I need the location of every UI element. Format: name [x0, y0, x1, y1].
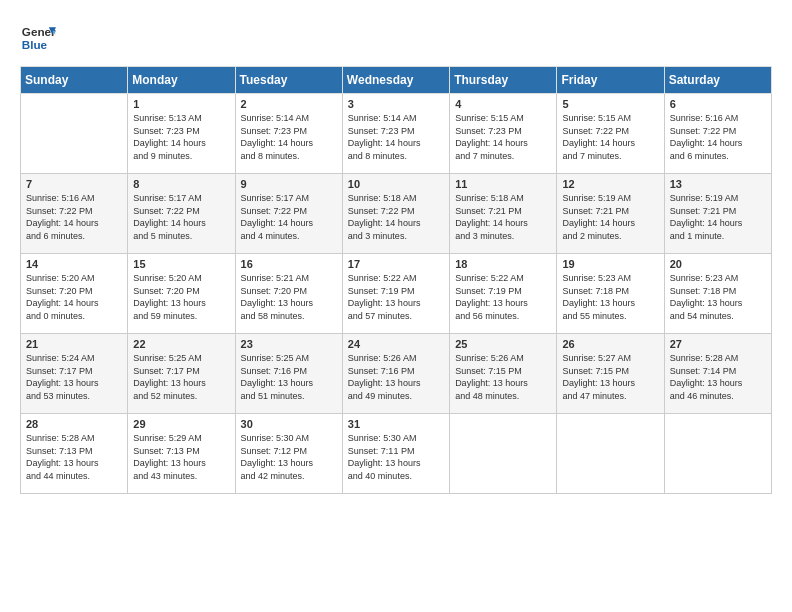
weekday-header: Monday — [128, 67, 235, 94]
day-number: 12 — [562, 178, 658, 190]
calendar-cell: 3Sunrise: 5:14 AM Sunset: 7:23 PM Daylig… — [342, 94, 449, 174]
day-info: Sunrise: 5:13 AM Sunset: 7:23 PM Dayligh… — [133, 112, 229, 162]
calendar-cell: 27Sunrise: 5:28 AM Sunset: 7:14 PM Dayli… — [664, 334, 771, 414]
day-info: Sunrise: 5:17 AM Sunset: 7:22 PM Dayligh… — [133, 192, 229, 242]
day-number: 4 — [455, 98, 551, 110]
day-number: 30 — [241, 418, 337, 430]
day-number: 27 — [670, 338, 766, 350]
day-number: 14 — [26, 258, 122, 270]
weekday-header: Friday — [557, 67, 664, 94]
calendar-cell — [557, 414, 664, 494]
day-number: 6 — [670, 98, 766, 110]
day-info: Sunrise: 5:16 AM Sunset: 7:22 PM Dayligh… — [26, 192, 122, 242]
day-number: 8 — [133, 178, 229, 190]
day-info: Sunrise: 5:20 AM Sunset: 7:20 PM Dayligh… — [133, 272, 229, 322]
day-number: 11 — [455, 178, 551, 190]
calendar-cell — [21, 94, 128, 174]
calendar-week-row: 28Sunrise: 5:28 AM Sunset: 7:13 PM Dayli… — [21, 414, 772, 494]
day-number: 20 — [670, 258, 766, 270]
calendar-cell: 21Sunrise: 5:24 AM Sunset: 7:17 PM Dayli… — [21, 334, 128, 414]
weekday-header: Sunday — [21, 67, 128, 94]
calendar-cell — [450, 414, 557, 494]
day-number: 3 — [348, 98, 444, 110]
day-number: 15 — [133, 258, 229, 270]
calendar-cell: 8Sunrise: 5:17 AM Sunset: 7:22 PM Daylig… — [128, 174, 235, 254]
day-info: Sunrise: 5:28 AM Sunset: 7:13 PM Dayligh… — [26, 432, 122, 482]
day-number: 2 — [241, 98, 337, 110]
calendar-cell: 16Sunrise: 5:21 AM Sunset: 7:20 PM Dayli… — [235, 254, 342, 334]
calendar-cell: 4Sunrise: 5:15 AM Sunset: 7:23 PM Daylig… — [450, 94, 557, 174]
day-info: Sunrise: 5:17 AM Sunset: 7:22 PM Dayligh… — [241, 192, 337, 242]
day-number: 13 — [670, 178, 766, 190]
day-info: Sunrise: 5:25 AM Sunset: 7:17 PM Dayligh… — [133, 352, 229, 402]
calendar-cell: 18Sunrise: 5:22 AM Sunset: 7:19 PM Dayli… — [450, 254, 557, 334]
calendar-cell: 7Sunrise: 5:16 AM Sunset: 7:22 PM Daylig… — [21, 174, 128, 254]
day-info: Sunrise: 5:26 AM Sunset: 7:15 PM Dayligh… — [455, 352, 551, 402]
day-number: 10 — [348, 178, 444, 190]
day-info: Sunrise: 5:27 AM Sunset: 7:15 PM Dayligh… — [562, 352, 658, 402]
calendar-cell: 28Sunrise: 5:28 AM Sunset: 7:13 PM Dayli… — [21, 414, 128, 494]
page-header: General Blue — [20, 20, 772, 56]
calendar-cell: 29Sunrise: 5:29 AM Sunset: 7:13 PM Dayli… — [128, 414, 235, 494]
calendar-cell: 30Sunrise: 5:30 AM Sunset: 7:12 PM Dayli… — [235, 414, 342, 494]
weekday-header-row: SundayMondayTuesdayWednesdayThursdayFrid… — [21, 67, 772, 94]
day-number: 25 — [455, 338, 551, 350]
calendar-cell: 19Sunrise: 5:23 AM Sunset: 7:18 PM Dayli… — [557, 254, 664, 334]
day-info: Sunrise: 5:23 AM Sunset: 7:18 PM Dayligh… — [562, 272, 658, 322]
logo: General Blue — [20, 20, 56, 56]
calendar-cell: 1Sunrise: 5:13 AM Sunset: 7:23 PM Daylig… — [128, 94, 235, 174]
day-number: 31 — [348, 418, 444, 430]
svg-text:Blue: Blue — [22, 38, 48, 51]
day-number: 5 — [562, 98, 658, 110]
day-info: Sunrise: 5:30 AM Sunset: 7:12 PM Dayligh… — [241, 432, 337, 482]
weekday-header: Thursday — [450, 67, 557, 94]
day-number: 21 — [26, 338, 122, 350]
day-info: Sunrise: 5:26 AM Sunset: 7:16 PM Dayligh… — [348, 352, 444, 402]
calendar-table: SundayMondayTuesdayWednesdayThursdayFrid… — [20, 66, 772, 494]
calendar-cell: 12Sunrise: 5:19 AM Sunset: 7:21 PM Dayli… — [557, 174, 664, 254]
day-number: 9 — [241, 178, 337, 190]
day-info: Sunrise: 5:28 AM Sunset: 7:14 PM Dayligh… — [670, 352, 766, 402]
day-number: 26 — [562, 338, 658, 350]
calendar-week-row: 21Sunrise: 5:24 AM Sunset: 7:17 PM Dayli… — [21, 334, 772, 414]
day-number: 29 — [133, 418, 229, 430]
day-number: 17 — [348, 258, 444, 270]
day-info: Sunrise: 5:14 AM Sunset: 7:23 PM Dayligh… — [241, 112, 337, 162]
calendar-cell: 14Sunrise: 5:20 AM Sunset: 7:20 PM Dayli… — [21, 254, 128, 334]
day-info: Sunrise: 5:23 AM Sunset: 7:18 PM Dayligh… — [670, 272, 766, 322]
calendar-cell: 9Sunrise: 5:17 AM Sunset: 7:22 PM Daylig… — [235, 174, 342, 254]
calendar-cell: 10Sunrise: 5:18 AM Sunset: 7:22 PM Dayli… — [342, 174, 449, 254]
weekday-header: Wednesday — [342, 67, 449, 94]
day-info: Sunrise: 5:15 AM Sunset: 7:23 PM Dayligh… — [455, 112, 551, 162]
calendar-cell: 15Sunrise: 5:20 AM Sunset: 7:20 PM Dayli… — [128, 254, 235, 334]
day-info: Sunrise: 5:29 AM Sunset: 7:13 PM Dayligh… — [133, 432, 229, 482]
calendar-cell: 6Sunrise: 5:16 AM Sunset: 7:22 PM Daylig… — [664, 94, 771, 174]
calendar-cell: 26Sunrise: 5:27 AM Sunset: 7:15 PM Dayli… — [557, 334, 664, 414]
day-info: Sunrise: 5:22 AM Sunset: 7:19 PM Dayligh… — [455, 272, 551, 322]
calendar-cell: 23Sunrise: 5:25 AM Sunset: 7:16 PM Dayli… — [235, 334, 342, 414]
calendar-cell: 13Sunrise: 5:19 AM Sunset: 7:21 PM Dayli… — [664, 174, 771, 254]
weekday-header: Saturday — [664, 67, 771, 94]
svg-text:General: General — [22, 25, 56, 38]
calendar-cell: 31Sunrise: 5:30 AM Sunset: 7:11 PM Dayli… — [342, 414, 449, 494]
day-info: Sunrise: 5:20 AM Sunset: 7:20 PM Dayligh… — [26, 272, 122, 322]
day-info: Sunrise: 5:19 AM Sunset: 7:21 PM Dayligh… — [670, 192, 766, 242]
logo-icon: General Blue — [20, 20, 56, 56]
day-number: 19 — [562, 258, 658, 270]
calendar-week-row: 14Sunrise: 5:20 AM Sunset: 7:20 PM Dayli… — [21, 254, 772, 334]
calendar-cell: 5Sunrise: 5:15 AM Sunset: 7:22 PM Daylig… — [557, 94, 664, 174]
day-info: Sunrise: 5:18 AM Sunset: 7:21 PM Dayligh… — [455, 192, 551, 242]
day-number: 28 — [26, 418, 122, 430]
weekday-header: Tuesday — [235, 67, 342, 94]
calendar-week-row: 1Sunrise: 5:13 AM Sunset: 7:23 PM Daylig… — [21, 94, 772, 174]
calendar-cell: 20Sunrise: 5:23 AM Sunset: 7:18 PM Dayli… — [664, 254, 771, 334]
day-number: 7 — [26, 178, 122, 190]
calendar-cell: 22Sunrise: 5:25 AM Sunset: 7:17 PM Dayli… — [128, 334, 235, 414]
calendar-cell: 11Sunrise: 5:18 AM Sunset: 7:21 PM Dayli… — [450, 174, 557, 254]
day-number: 18 — [455, 258, 551, 270]
day-info: Sunrise: 5:25 AM Sunset: 7:16 PM Dayligh… — [241, 352, 337, 402]
day-info: Sunrise: 5:16 AM Sunset: 7:22 PM Dayligh… — [670, 112, 766, 162]
day-number: 22 — [133, 338, 229, 350]
day-info: Sunrise: 5:24 AM Sunset: 7:17 PM Dayligh… — [26, 352, 122, 402]
day-info: Sunrise: 5:14 AM Sunset: 7:23 PM Dayligh… — [348, 112, 444, 162]
